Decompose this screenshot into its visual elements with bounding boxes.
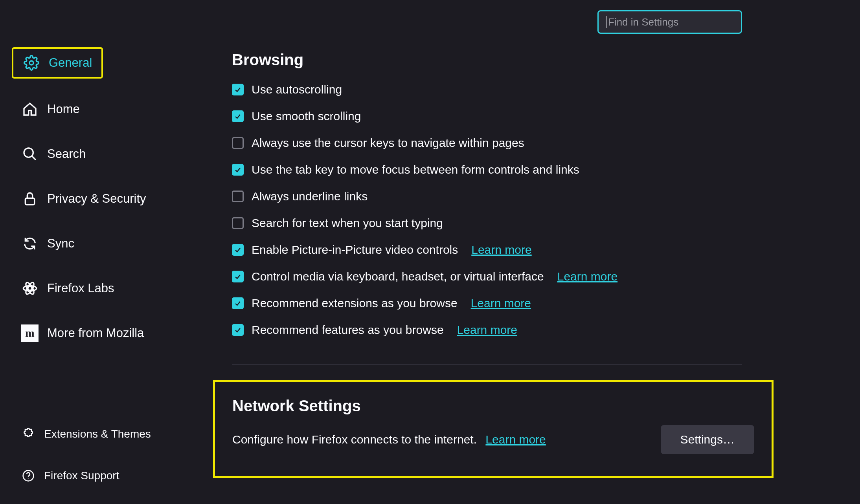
text-caret: [606, 16, 606, 28]
option-label: Use the tab key to move focus between fo…: [252, 163, 579, 176]
option-label: Use smooth scrolling: [252, 110, 361, 123]
option-row: Recommend features as you browseLearn mo…: [232, 323, 742, 337]
option-label: Recommend features as you browse: [252, 323, 444, 337]
sidebar-item-extensions[interactable]: Extensions & Themes: [12, 422, 160, 447]
sidebar: General Home Search Privacy & Security: [0, 0, 204, 504]
network-description: Configure how Firefox connects to the in…: [232, 433, 477, 446]
help-icon: [21, 469, 35, 483]
network-description-row: Configure how Firefox connects to the in…: [232, 433, 546, 446]
option-label: Always underline links: [252, 190, 368, 203]
sidebar-item-label: Search: [47, 147, 86, 161]
option-label: Always use the cursor keys to navigate w…: [252, 136, 524, 150]
option-label: Enable Picture-in-Picture video controls: [252, 243, 458, 257]
learn-more-link[interactable]: Learn more: [557, 270, 617, 283]
learn-more-link[interactable]: Learn more: [471, 243, 531, 257]
option-label: Control media via keyboard, headset, or …: [252, 270, 544, 283]
checkbox[interactable]: [232, 324, 244, 336]
sidebar-item-support[interactable]: Firefox Support: [12, 463, 129, 488]
option-row: Control media via keyboard, headset, or …: [232, 270, 742, 283]
settings-search[interactable]: [597, 10, 742, 34]
sidebar-item-labs[interactable]: Firefox Labs: [12, 274, 124, 302]
sidebar-item-general[interactable]: General: [12, 47, 103, 79]
network-title: Network Settings: [232, 397, 754, 415]
section-divider: [232, 364, 742, 365]
network-settings-section: Network Settings Configure how Firefox c…: [213, 380, 774, 478]
browsing-title: Browsing: [232, 51, 742, 69]
checkbox[interactable]: [232, 137, 244, 149]
sync-icon: [21, 235, 39, 252]
sidebar-item-mozilla[interactable]: m More from Mozilla: [12, 319, 153, 347]
mozilla-icon: m: [21, 324, 39, 342]
checkbox[interactable]: [232, 110, 244, 122]
checkbox[interactable]: [232, 191, 244, 202]
sidebar-item-label: Home: [47, 102, 80, 116]
home-icon: [21, 101, 39, 118]
sidebar-item-label: Extensions & Themes: [44, 428, 151, 440]
checkbox[interactable]: [232, 244, 244, 256]
option-row: Search for text when you start typing: [232, 216, 742, 230]
sidebar-item-label: Privacy & Security: [47, 192, 146, 206]
sidebar-item-search[interactable]: Search: [12, 140, 95, 168]
svg-line-2: [32, 156, 36, 160]
svg-point-4: [28, 286, 32, 290]
option-row: Always underline links: [232, 190, 742, 203]
option-label: Recommend extensions as you browse: [252, 297, 458, 310]
svg-point-0: [29, 61, 33, 65]
option-row: Recommend extensions as you browseLearn …: [232, 297, 742, 310]
network-settings-button[interactable]: Settings…: [661, 425, 754, 454]
sidebar-item-label: Sync: [47, 236, 74, 251]
option-row: Use smooth scrolling: [232, 110, 742, 123]
search-icon: [21, 145, 39, 163]
network-body: Configure how Firefox connects to the in…: [232, 425, 754, 454]
sidebar-item-privacy[interactable]: Privacy & Security: [12, 185, 156, 213]
checkbox[interactable]: [232, 84, 244, 95]
svg-point-1: [24, 148, 33, 157]
sidebar-item-home[interactable]: Home: [12, 95, 89, 123]
option-row: Use autoscrolling: [232, 83, 742, 96]
network-learn-more-link[interactable]: Learn more: [485, 433, 546, 446]
option-label: Use autoscrolling: [252, 83, 342, 96]
checkbox[interactable]: [232, 297, 244, 309]
svg-rect-3: [25, 198, 34, 205]
sidebar-item-label: General: [49, 56, 92, 70]
option-row: Use the tab key to move focus between fo…: [232, 163, 742, 176]
checkbox[interactable]: [232, 217, 244, 229]
settings-root: General Home Search Privacy & Security: [0, 0, 860, 504]
browsing-options: Use autoscrollingUse smooth scrollingAlw…: [232, 83, 742, 337]
sidebar-item-sync[interactable]: Sync: [12, 229, 84, 258]
labs-icon: [21, 280, 39, 297]
gear-icon: [23, 54, 40, 71]
option-row: Enable Picture-in-Picture video controls…: [232, 243, 742, 257]
checkbox[interactable]: [232, 164, 244, 176]
learn-more-link[interactable]: Learn more: [457, 323, 517, 337]
option-row: Always use the cursor keys to navigate w…: [232, 136, 742, 150]
sidebar-item-label: More from Mozilla: [47, 326, 144, 340]
main-content: Browsing Use autoscrollingUse smooth scr…: [204, 0, 860, 504]
settings-search-input[interactable]: [608, 16, 734, 28]
sidebar-item-label: Firefox Support: [44, 469, 119, 482]
lock-icon: [21, 190, 39, 207]
sidebar-item-label: Firefox Labs: [47, 281, 114, 295]
option-label: Search for text when you start typing: [252, 216, 443, 230]
puzzle-icon: [21, 427, 35, 441]
sidebar-items: General Home Search Privacy & Security: [12, 47, 204, 347]
sidebar-bottom: Extensions & Themes Firefox Support: [12, 422, 204, 504]
learn-more-link[interactable]: Learn more: [471, 297, 531, 310]
checkbox[interactable]: [232, 271, 244, 282]
